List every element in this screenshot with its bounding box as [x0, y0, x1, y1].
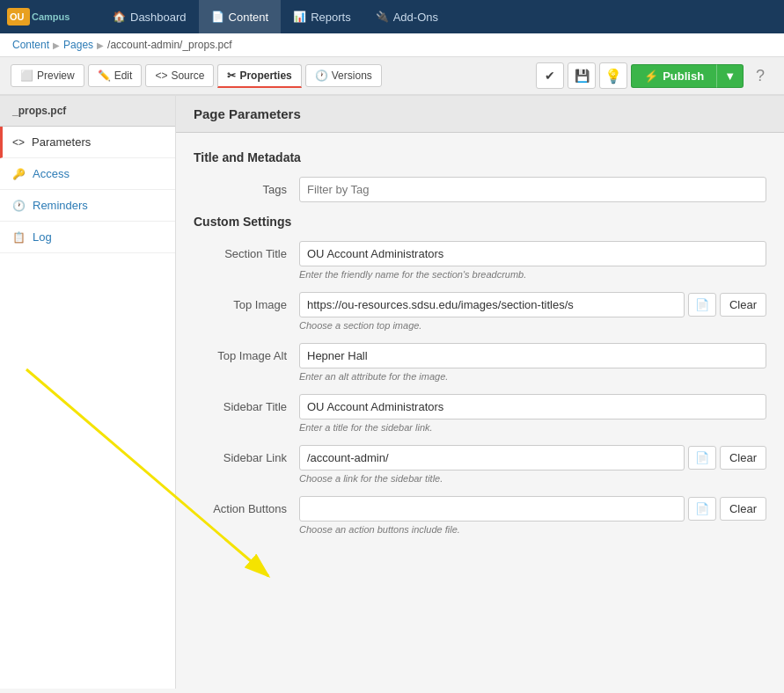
check-button[interactable]: ✔ [536, 62, 564, 89]
params-body: Title and Metadata Tags Custom Settings … [176, 133, 784, 561]
main-layout: _props.pcf <> Parameters 🔑 Access 🕐 Remi… [0, 96, 784, 689]
sidebar-link-hint: Choose a link for the sidebar title. [299, 473, 766, 484]
sidebar-link-field: 📄 Clear Choose a link for the sidebar ti… [299, 445, 766, 484]
sidebar-link-file-button[interactable]: 📄 [688, 446, 716, 470]
breadcrumb-sep2: ▶ [97, 40, 104, 50]
top-image-hint: Choose a section top image. [299, 320, 766, 331]
sidebar-link-label: Sidebar Link [194, 445, 299, 464]
nav-content[interactable]: 📄 Content [199, 0, 282, 33]
reminders-icon: 🕐 [12, 200, 26, 212]
sidebar-title-input[interactable] [299, 394, 766, 419]
dashboard-icon: 🏠 [113, 11, 126, 23]
sidebar-link-row: Sidebar Link 📄 Clear Choose a link for t… [194, 445, 766, 484]
custom-settings-section: Custom Settings Section Title Enter the … [194, 215, 766, 535]
action-buttons-input-row: 📄 Clear [299, 496, 766, 522]
section-title-label: Section Title [194, 241, 299, 260]
source-button[interactable]: <> Source [145, 64, 214, 87]
action-buttons-clear-button[interactable]: Clear [720, 497, 766, 521]
help-button[interactable]: ? [747, 62, 773, 89]
top-image-field: 📄 Clear Choose a section top image. [299, 292, 766, 331]
section-title-row: Section Title Enter the friendly name fo… [194, 241, 766, 280]
properties-icon: ✂ [227, 69, 236, 82]
sidebar: _props.pcf <> Parameters 🔑 Access 🕐 Remi… [0, 96, 176, 689]
top-image-clear-button[interactable]: Clear [720, 293, 766, 317]
section-title-field: Enter the friendly name for the section'… [299, 241, 766, 280]
sidebar-item-reminders[interactable]: 🕐 Reminders [0, 190, 175, 222]
action-buttons-label: Action Buttons [194, 496, 299, 515]
tags-input[interactable] [299, 177, 766, 202]
publish-dropdown-button[interactable]: ▼ [716, 64, 744, 88]
top-nav: OU Campus 🏠 Dashboard 📄 Content 📊 Report… [0, 0, 784, 33]
action-buttons-hint: Choose an action buttons include file. [299, 524, 766, 535]
sidebar-filename: _props.pcf [0, 96, 175, 127]
log-icon: 📋 [12, 231, 26, 244]
reports-icon: 📊 [293, 11, 306, 23]
sidebar-title-hint: Enter a title for the sidebar link. [299, 422, 766, 433]
top-image-input-row: 📄 Clear [299, 292, 766, 317]
top-image-input[interactable] [299, 292, 685, 317]
toolbar: ⬜ Preview ✏️ Edit <> Source ✂ Properties… [0, 57, 784, 96]
tags-field [299, 177, 766, 202]
sidebar-item-parameters[interactable]: <> Parameters [0, 127, 175, 158]
edit-button[interactable]: ✏️ Edit [88, 64, 143, 87]
top-image-row: Top Image 📄 Clear Choose a section top i… [194, 292, 766, 331]
preview-button[interactable]: ⬜ Preview [11, 64, 84, 87]
nav-reports[interactable]: 📊 Reports [281, 0, 363, 33]
sidebar-link-input[interactable] [299, 445, 685, 471]
content-area: Page Parameters Title and Metadata Tags … [176, 96, 784, 689]
title-metadata-heading: Title and Metadata [194, 150, 766, 164]
edit-icon: ✏️ [98, 69, 111, 82]
save-button[interactable]: 💾 [568, 62, 596, 89]
lightbulb-button[interactable]: 💡 [599, 62, 627, 89]
page-wrapper: OU Campus 🏠 Dashboard 📄 Content 📊 Report… [0, 0, 784, 693]
nav-dashboard[interactable]: 🏠 Dashboard [100, 0, 199, 33]
breadcrumb: Content ▶ Pages ▶ /account-admin/_props.… [0, 33, 784, 57]
section-title-input[interactable] [299, 241, 766, 266]
publish-main-button[interactable]: ⚡ Publish [631, 64, 716, 88]
svg-text:Campus: Campus [32, 11, 70, 22]
sidebar-link-clear-button[interactable]: Clear [720, 446, 766, 470]
preview-icon: ⬜ [20, 69, 33, 82]
action-buttons-file-button[interactable]: 📄 [688, 497, 716, 521]
sidebar-link-input-row: 📄 Clear [299, 445, 766, 471]
top-image-label: Top Image [194, 292, 299, 311]
action-buttons-input[interactable] [299, 496, 685, 522]
top-image-alt-row: Top Image Alt Enter an alt attribute for… [194, 343, 766, 382]
section-title-hint: Enter the friendly name for the section'… [299, 269, 766, 280]
addons-icon: 🔌 [376, 11, 389, 23]
nav-addons[interactable]: 🔌 Add-Ons [363, 0, 451, 33]
publish-icon: ⚡ [644, 69, 658, 83]
sidebar-title-label: Sidebar Title [194, 394, 299, 413]
top-image-alt-field: Enter an alt attribute for the image. [299, 343, 766, 382]
access-icon: 🔑 [12, 168, 26, 180]
app-logo: OU Campus [7, 6, 86, 27]
source-icon: <> [155, 69, 167, 82]
top-image-file-button[interactable]: 📄 [688, 293, 716, 317]
tags-label: Tags [194, 177, 299, 196]
parameters-icon: <> [12, 136, 25, 149]
versions-icon: 🕐 [315, 69, 328, 82]
tags-row: Tags [194, 177, 766, 202]
breadcrumb-pages[interactable]: Pages [63, 39, 93, 51]
sidebar-title-field: Enter a title for the sidebar link. [299, 394, 766, 433]
svg-text:OU: OU [10, 11, 25, 22]
sidebar-title-row: Sidebar Title Enter a title for the side… [194, 394, 766, 433]
top-image-alt-hint: Enter an alt attribute for the image. [299, 371, 766, 382]
top-image-alt-input[interactable] [299, 343, 766, 368]
page-params-header: Page Parameters [176, 96, 784, 133]
action-buttons-field: 📄 Clear Choose an action buttons include… [299, 496, 766, 535]
publish-button-group: ⚡ Publish ▼ [631, 64, 744, 88]
sidebar-item-log[interactable]: 📋 Log [0, 222, 175, 253]
breadcrumb-current: /account-admin/_props.pcf [107, 39, 231, 51]
content-icon: 📄 [211, 11, 224, 23]
breadcrumb-sep1: ▶ [53, 40, 60, 50]
breadcrumb-content[interactable]: Content [12, 39, 49, 51]
action-buttons-row: Action Buttons 📄 Clear Choose an action … [194, 496, 766, 535]
sidebar-item-access[interactable]: 🔑 Access [0, 158, 175, 190]
properties-button[interactable]: ✂ Properties [217, 64, 301, 88]
versions-button[interactable]: 🕐 Versions [305, 64, 382, 87]
top-image-alt-label: Top Image Alt [194, 343, 299, 362]
custom-settings-heading: Custom Settings [194, 215, 766, 229]
